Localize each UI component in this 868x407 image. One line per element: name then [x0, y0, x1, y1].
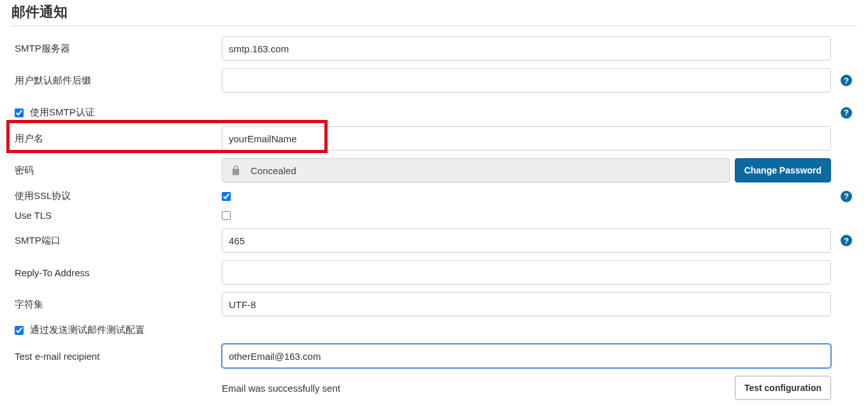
smtp-port-input[interactable] [222, 228, 831, 253]
lock-icon [230, 165, 242, 176]
use-smtp-auth-checkbox[interactable] [15, 108, 24, 117]
test-result-text: Email was successfully sent [222, 383, 735, 394]
label-default-suffix: 用户默认邮件后缀 [11, 75, 222, 87]
password-concealed: Concealed [222, 158, 730, 182]
label-username: 用户名 [11, 133, 222, 145]
test-recipient-input[interactable] [222, 344, 831, 368]
charset-input[interactable] [222, 292, 831, 316]
label-test-recipient: Test e-mail recipient [11, 351, 222, 362]
row-test-recipient: Test e-mail recipient [11, 340, 857, 372]
row-reply-to: Reply-To Address [11, 256, 857, 288]
username-input[interactable] [222, 126, 831, 151]
use-ssl-checkbox[interactable] [222, 192, 231, 201]
default-suffix-input[interactable] [222, 68, 831, 93]
smtp-server-input[interactable] [222, 36, 831, 61]
change-password-button[interactable]: Change Password [735, 158, 831, 182]
test-configuration-button[interactable]: Test configuration [735, 376, 831, 400]
row-use-smtp-auth: 使用SMTP认证 ? [11, 103, 857, 122]
label-password: 密码 [11, 165, 222, 177]
label-test-by-send: 通过发送测试邮件测试配置 [30, 324, 145, 336]
label-use-smtp-auth: 使用SMTP认证 [30, 107, 95, 119]
row-charset: 字符集 [11, 288, 857, 320]
help-icon[interactable]: ? [841, 107, 852, 119]
label-charset: 字符集 [11, 299, 222, 311]
email-notification-form: SMTP服务器 用户默认邮件后缀 ? 使用SMTP认证 ? 用户名 密码 [11, 26, 857, 404]
row-smtp-server: SMTP服务器 [11, 33, 857, 64]
row-username: 用户名 [11, 122, 857, 154]
password-concealed-text: Concealed [250, 165, 296, 176]
row-password: 密码 Concealed Change Password [11, 154, 857, 186]
label-smtp-port: SMTP端口 [11, 235, 222, 247]
row-test-result: Email was successfully sent Test configu… [11, 372, 857, 404]
help-icon[interactable]: ? [841, 235, 852, 246]
test-by-send-checkbox[interactable] [15, 326, 24, 335]
reply-to-input[interactable] [222, 260, 831, 285]
label-use-ssl: 使用SSL协议 [11, 190, 222, 202]
use-tls-checkbox[interactable] [222, 211, 231, 220]
label-smtp-server: SMTP服务器 [11, 43, 222, 55]
row-smtp-port: SMTP端口 ? [11, 225, 857, 256]
label-reply-to: Reply-To Address [11, 267, 222, 278]
row-default-suffix: 用户默认邮件后缀 ? [11, 64, 857, 96]
row-use-ssl: 使用SSL协议 ? [11, 186, 857, 206]
label-use-tls: Use TLS [11, 210, 222, 221]
help-icon[interactable]: ? [841, 191, 852, 202]
section-title: 邮件通知 [11, 0, 857, 26]
help-icon[interactable]: ? [841, 75, 852, 86]
row-test-by-send: 通过发送测试邮件测试配置 [11, 320, 857, 340]
row-use-tls: Use TLS [11, 206, 857, 225]
